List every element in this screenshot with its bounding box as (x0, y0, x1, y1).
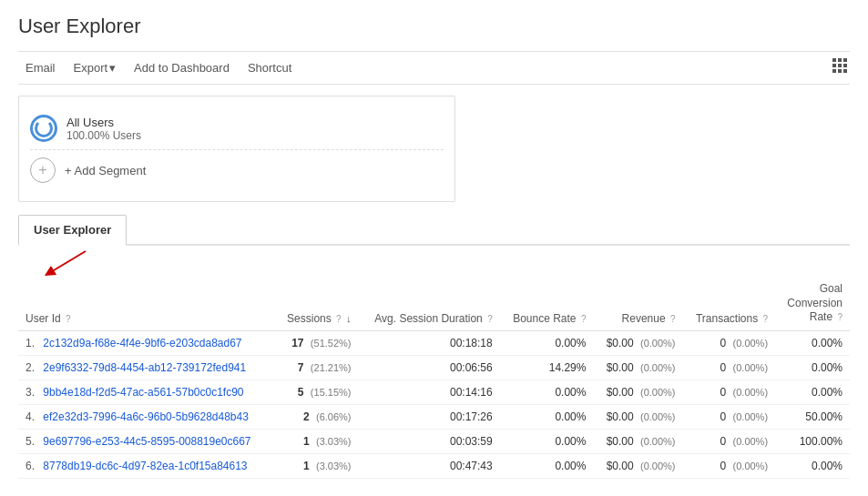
cell-avg-session: 00:03:59 (359, 429, 500, 453)
export-dropdown-icon: ▾ (109, 61, 116, 75)
cell-sessions: 5 (15.15%) (274, 380, 358, 404)
cell-goal-conversion: 0.00% (775, 453, 850, 478)
table-row: 3. 9bb4e18d-f2d5-47ac-a561-57b0c0c1fc90 … (18, 380, 850, 404)
table-row: 6. 8778db19-dc6c-4d97-82ea-1c0f15a84613 … (18, 453, 850, 478)
add-segment-icon: + (30, 157, 56, 183)
cell-revenue: $0.00 (0.00%) (593, 453, 682, 478)
arrow-area (18, 246, 850, 273)
svg-rect-2 (843, 58, 847, 62)
cell-bounce-rate: 0.00% (500, 380, 594, 404)
th-revenue: Revenue ? (593, 277, 682, 330)
cell-goal-conversion: 0.00% (775, 330, 850, 355)
cell-revenue: $0.00 (0.00%) (593, 380, 682, 404)
cell-avg-session: 00:14:16 (359, 380, 500, 404)
sessions-sort-icon[interactable]: ↓ (346, 313, 352, 324)
user-id-link[interactable]: 9e697796-e253-44c5-8595-008819e0c667 (43, 435, 250, 448)
svg-rect-5 (843, 64, 847, 67)
cell-revenue: $0.00 (0.00%) (593, 404, 682, 429)
revenue-help[interactable]: ? (670, 314, 676, 324)
row-number: 2. (26, 361, 40, 374)
cell-bounce-rate: 0.00% (500, 330, 594, 355)
tab-bar: User Explorer (18, 213, 850, 246)
grid-icon[interactable] (832, 57, 850, 78)
row-number: 4. (26, 410, 40, 423)
user-id-link[interactable]: 2e9f6332-79d8-4454-ab12-739172fed941 (43, 361, 246, 374)
th-avg-session: Avg. Session Duration ? (359, 277, 500, 330)
cell-user-id: 3. 9bb4e18d-f2d5-47ac-a561-57b0c0c1fc90 (18, 380, 274, 404)
cell-goal-conversion: 100.00% (775, 429, 850, 453)
cell-transactions: 0 (0.00%) (683, 404, 776, 429)
cell-goal-conversion: 50.00% (775, 404, 850, 429)
svg-rect-0 (832, 58, 836, 62)
add-dashboard-button[interactable]: Add to Dashboard (127, 57, 237, 78)
cell-user-id: 6. 8778db19-dc6c-4d97-82ea-1c0f15a84613 (18, 453, 274, 478)
cell-sessions: 2 (6.06%) (274, 404, 358, 429)
segment-pct: 100.00% Users (66, 129, 141, 142)
cell-sessions: 7 (21.21%) (274, 355, 358, 380)
row-number: 1. (26, 337, 40, 349)
bounce-rate-help[interactable]: ? (581, 314, 587, 324)
cell-revenue: $0.00 (0.00%) (593, 355, 682, 380)
cell-user-id: 2. 2e9f6332-79d8-4454-ab12-739172fed941 (18, 355, 274, 380)
cell-avg-session: 00:47:43 (359, 453, 500, 478)
tab-user-explorer[interactable]: User Explorer (18, 215, 127, 246)
segments-area: All Users 100.00% Users + + Add Segment (18, 96, 455, 202)
cell-transactions: 0 (0.00%) (683, 380, 776, 404)
th-bounce-rate: Bounce Rate ? (500, 277, 594, 330)
cell-avg-session: 00:18:18 (359, 330, 500, 355)
cell-bounce-rate: 0.00% (500, 453, 594, 478)
page-title: User Explorer (18, 15, 850, 38)
cell-transactions: 0 (0.00%) (683, 453, 776, 478)
user-id-help[interactable]: ? (66, 314, 71, 324)
cell-revenue: $0.00 (0.00%) (593, 330, 682, 355)
row-number: 6. (26, 460, 40, 472)
th-transactions: Transactions ? (683, 277, 776, 330)
cell-sessions: 1 (3.03%) (274, 453, 358, 478)
table-row: 2. 2e9f6332-79d8-4454-ab12-739172fed941 … (18, 355, 850, 380)
svg-line-10 (49, 251, 86, 273)
user-table: User Id ? Sessions ? ↓ Avg. Session Dura… (18, 277, 850, 479)
cell-bounce-rate: 0.00% (500, 429, 594, 453)
svg-rect-8 (843, 69, 847, 73)
cell-bounce-rate: 0.00% (500, 404, 594, 429)
cell-user-id: 4. ef2e32d3-7996-4a6c-96b0-5b9628d48b43 (18, 404, 274, 429)
segment-circle (30, 115, 57, 142)
add-segment-label: + Add Segment (65, 164, 146, 177)
email-button[interactable]: Email (18, 57, 63, 78)
shortcut-button[interactable]: Shortcut (240, 57, 299, 78)
page-container: User Explorer Email Export ▾ Add to Dash… (0, 0, 868, 493)
th-sessions: Sessions ? ↓ (274, 277, 358, 330)
svg-rect-6 (832, 69, 836, 73)
row-number: 3. (26, 386, 40, 399)
add-segment-button[interactable]: + + Add Segment (30, 150, 444, 190)
export-button[interactable]: Export ▾ (66, 57, 124, 78)
toolbar: Email Export ▾ Add to Dashboard Shortcut (18, 51, 850, 85)
user-id-link[interactable]: 9bb4e18d-f2d5-47ac-a561-57b0c0c1fc90 (43, 386, 243, 399)
cell-user-id: 1. 2c132d9a-f68e-4f4e-9bf6-e203cda8ad67 (18, 330, 274, 355)
th-user-id: User Id ? (18, 277, 274, 330)
table-row: 5. 9e697796-e253-44c5-8595-008819e0c667 … (18, 429, 850, 453)
cell-avg-session: 00:17:26 (359, 404, 500, 429)
cell-user-id: 5. 9e697796-e253-44c5-8595-008819e0c667 (18, 429, 274, 453)
table-row: 4. ef2e32d3-7996-4a6c-96b0-5b9628d48b43 … (18, 404, 850, 429)
user-id-link[interactable]: ef2e32d3-7996-4a6c-96b0-5b9628d48b43 (43, 410, 249, 423)
svg-rect-7 (838, 69, 842, 73)
red-arrow-indicator (40, 248, 95, 280)
row-number: 5. (26, 435, 40, 448)
svg-rect-4 (838, 64, 842, 67)
cell-revenue: $0.00 (0.00%) (593, 429, 682, 453)
th-goal-conversion: GoalConversion Goal Conversion Rate Rate… (775, 277, 850, 330)
avg-session-help[interactable]: ? (487, 314, 493, 324)
svg-rect-1 (838, 58, 842, 62)
cell-transactions: 0 (0.00%) (683, 355, 776, 380)
transactions-help[interactable]: ? (763, 314, 769, 324)
cell-goal-conversion: 0.00% (775, 380, 850, 404)
user-id-link[interactable]: 2c132d9a-f68e-4f4e-9bf6-e203cda8ad67 (43, 337, 241, 349)
user-id-link[interactable]: 8778db19-dc6c-4d97-82ea-1c0f15a84613 (43, 460, 247, 472)
cell-sessions: 17 (51.52%) (274, 330, 358, 355)
table-row: 1. 2c132d9a-f68e-4f4e-9bf6-e203cda8ad67 … (18, 330, 850, 355)
goal-conversion-help[interactable]: ? (837, 312, 842, 322)
cell-avg-session: 00:06:56 (359, 355, 500, 380)
cell-transactions: 0 (0.00%) (683, 330, 776, 355)
sessions-help[interactable]: ? (336, 314, 342, 324)
